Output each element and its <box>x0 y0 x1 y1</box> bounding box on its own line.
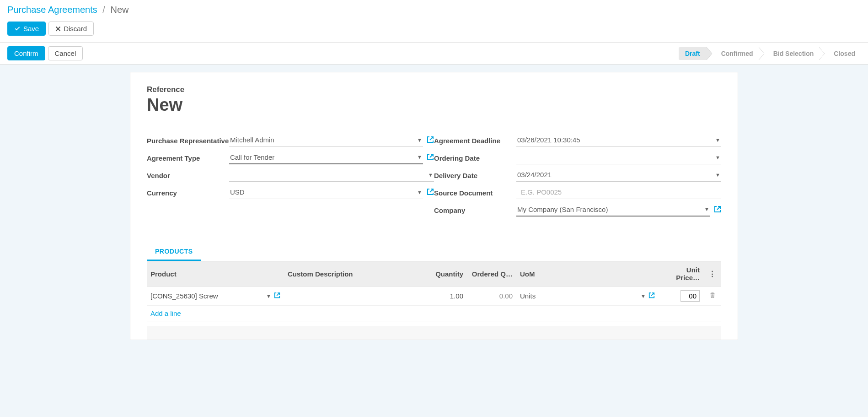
breadcrumb-current: New <box>110 5 129 15</box>
col-uom: UoM <box>516 261 659 287</box>
uom-cell[interactable]: Units <box>520 292 638 300</box>
reference-label: Reference <box>147 85 721 94</box>
products-table: Product Custom Description Quantity Orde… <box>147 261 721 321</box>
save-button[interactable]: Save <box>7 22 46 36</box>
chevron-down-icon: ▼ <box>715 137 720 143</box>
breadcrumb-separator: / <box>102 5 105 15</box>
vendor-field[interactable]: ▼ <box>229 168 434 182</box>
deadline-field[interactable]: 03/26/2021 10:30:45 ▼ <box>516 133 721 147</box>
status-step-draft[interactable]: Draft <box>679 47 713 60</box>
company-label: Company <box>434 203 516 216</box>
col-description: Custom Description <box>284 261 421 287</box>
reference-value: New <box>147 95 721 115</box>
chevron-down-icon: ▼ <box>417 137 422 143</box>
status-step-confirmed[interactable]: Confirmed <box>713 47 765 60</box>
chevron-down-icon: ▼ <box>428 172 433 178</box>
col-quantity: Quantity <box>421 261 467 287</box>
status-step-bid-selection[interactable]: Bid Selection <box>765 47 826 60</box>
trash-icon[interactable] <box>709 292 716 300</box>
status-step-closed[interactable]: Closed <box>825 47 861 60</box>
breadcrumb-root[interactable]: Purchase Agreements <box>7 5 97 15</box>
chevron-right-icon <box>707 47 713 60</box>
tab-products[interactable]: Products <box>147 243 201 261</box>
chevron-down-icon: ▼ <box>704 206 709 212</box>
ordering-date-field[interactable]: ▼ <box>516 151 721 164</box>
check-icon <box>14 26 21 32</box>
source-doc-field[interactable] <box>516 185 721 199</box>
delivery-date-field[interactable]: 03/24/2021 ▼ <box>516 168 721 182</box>
kebab-icon[interactable]: ⋮ <box>707 270 718 277</box>
company-field[interactable]: My Company (San Francisco) ▼ <box>516 203 710 217</box>
agreement-type-field[interactable]: Call for Tender ▼ <box>229 151 423 164</box>
external-link-icon[interactable] <box>427 136 434 145</box>
vendor-label: Vendor <box>147 168 229 181</box>
purchase-rep-label: Purchase Representative <box>147 133 229 146</box>
col-ordered: Ordered Q… <box>467 261 516 287</box>
external-link-icon[interactable] <box>648 292 655 300</box>
chevron-down-icon: ▼ <box>715 155 720 160</box>
breadcrumb: Purchase Agreements / New <box>7 5 861 15</box>
delivery-date-label: Delivery Date <box>434 168 516 181</box>
add-line-button[interactable]: Add a line <box>147 306 721 321</box>
chevron-right-icon <box>819 47 825 60</box>
ordered-cell: 0.00 <box>467 287 516 306</box>
chevron-down-icon[interactable]: ▼ <box>641 293 646 299</box>
external-link-icon[interactable] <box>427 153 434 162</box>
external-link-icon[interactable] <box>274 292 280 300</box>
ordering-date-label: Ordering Date <box>434 151 516 163</box>
external-link-icon[interactable] <box>427 188 434 197</box>
form-sheet: Reference New Purchase Representative Mi… <box>130 72 738 340</box>
source-doc-label: Source Document <box>434 185 516 198</box>
confirm-button[interactable]: Confirm <box>7 46 45 60</box>
currency-label: Currency <box>147 185 229 198</box>
chevron-down-icon: ▼ <box>417 190 422 195</box>
quantity-cell[interactable]: 1.00 <box>421 287 467 306</box>
unit-price-input[interactable] <box>680 290 700 302</box>
status-bar: Draft Confirmed Bid Selection Closed <box>679 47 861 60</box>
agreement-type-label: Agreement Type <box>147 151 229 163</box>
col-unit-price: Unit Price… <box>659 261 703 287</box>
description-cell[interactable] <box>284 287 421 306</box>
deadline-label: Agreement Deadline <box>434 133 516 146</box>
close-icon <box>55 26 61 32</box>
cancel-button[interactable]: Cancel <box>48 46 83 60</box>
chevron-down-icon[interactable]: ▼ <box>266 293 271 299</box>
chevron-right-icon <box>759 47 765 60</box>
chevron-down-icon: ▼ <box>715 172 720 178</box>
product-cell[interactable]: [CONS_25630] Screw <box>150 292 263 300</box>
chevron-down-icon: ▼ <box>417 154 422 160</box>
currency-field[interactable]: USD ▼ <box>229 185 423 199</box>
col-product: Product <box>147 261 284 287</box>
table-row: [CONS_25630] Screw ▼ 1.00 0.00 Units ▼ <box>147 287 721 306</box>
purchase-rep-field[interactable]: Mitchell Admin ▼ <box>229 133 423 147</box>
external-link-icon[interactable] <box>714 206 721 214</box>
discard-button[interactable]: Discard <box>48 22 94 36</box>
